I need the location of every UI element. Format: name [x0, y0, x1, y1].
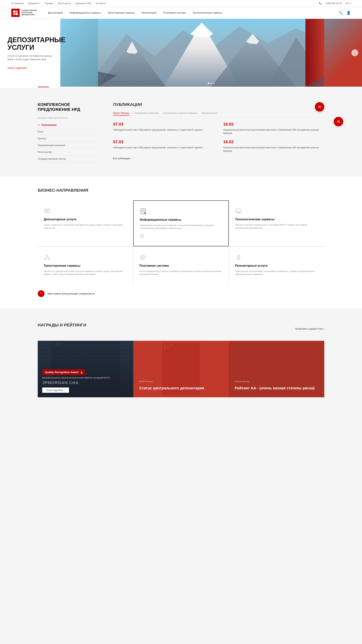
pub-item-2: 16.02 Национальный расчетный депозитарий…	[223, 122, 324, 135]
biznes-card-repo[interactable]: Репозитарные услуги Подключение к Репози…	[229, 247, 324, 283]
nav-icons: 🔍 👤	[339, 11, 351, 15]
biznes-card-info[interactable]: Информационные сервисы Оперативное получ…	[133, 200, 228, 246]
nav-tech-services[interactable]: Технологические сервисы	[192, 11, 222, 14]
card-corner-icon	[140, 234, 222, 239]
svg-rect-2	[13, 13, 15, 15]
sphere-item-registrar[interactable]: Регистратор	[38, 149, 98, 156]
biznes-card-depositary[interactable]: Депозитарные услуги Услуги, связанные с …	[38, 200, 133, 246]
email-fab-button-2[interactable]: ✉	[315, 102, 324, 112]
nav-links: Депозитарий Информационные сервисы Трехс…	[48, 11, 339, 14]
biznes-name-4: Трехсторонние сервисы	[44, 264, 127, 268]
pub-item-1: 07.03 Наблюдательный совет НРД принял ря…	[113, 122, 214, 135]
biznes-name-5: Платежная система	[139, 264, 222, 268]
award-card-jpmorgan[interactable]: Quality Recognition Award 🏅 Высокий пока…	[38, 341, 133, 397]
biznes-desc-1: Услуги, связанные с хранением сертификат…	[44, 223, 127, 230]
biznes-name-6: Репозитарные услуги	[235, 264, 318, 268]
pub-date-2: 16.02	[223, 122, 324, 127]
svg-rect-13	[305, 19, 324, 87]
hero-subtitle: Услуги по хранению сертификатов ценных б…	[8, 54, 53, 61]
pub-text-1: Наблюдательный совет НРД принял ряд реше…	[113, 128, 214, 132]
nav-info-services[interactable]: Информационные сервисы	[70, 11, 101, 14]
dot-2[interactable]	[210, 82, 212, 84]
email-fab-button[interactable]: ✉	[334, 117, 343, 126]
sphere-item-broker[interactable]: Брокер	[38, 135, 98, 142]
payment-icon	[139, 254, 222, 261]
logo-icon[interactable]	[11, 9, 20, 17]
pub-grid: 07.03 Наблюдательный совет НРД принял ря…	[113, 122, 324, 153]
publikatsii-section: ПУБЛИКАЦИИ ✉ Пресс-Релизы Сообщения клие…	[113, 102, 324, 162]
language-switcher[interactable]: RU ▾	[345, 2, 351, 5]
hero-learn-more[interactable]: Узнать подробнее ›	[8, 67, 53, 69]
nav-three-party[interactable]: Трехсторонние сервисы	[108, 11, 135, 14]
award-badge: Quality Recognition Award 🏅	[42, 369, 86, 375]
hero-section: ДЕПОЗИТАРНЫЕ УСЛУГИ Услуги по хранению с…	[0, 19, 362, 87]
top-link-press[interactable]: Пресс-центр	[58, 2, 71, 5]
nagrady-title: НАГРАДЫ И РЕЙТИНГИ	[38, 323, 86, 328]
nav-depositary[interactable]: Депозитарий	[48, 11, 63, 14]
biznes-desc-6: Подключение к Репозитарию, нормативные д…	[235, 270, 318, 276]
repo-icon	[235, 254, 318, 261]
award-subtitle: Высокий показатель сквозной автоматическ…	[42, 377, 129, 379]
pub-item-4: 16.02 Национальный расчетный депозитарий…	[223, 140, 324, 153]
svg-rect-71	[167, 344, 169, 346]
svg-rect-74	[167, 347, 169, 349]
award-content: Quality Recognition Award 🏅 Высокий пока…	[42, 369, 129, 393]
sphere-list: Корпорация Банк Брокер Управляющая компа…	[38, 122, 98, 162]
biznes-card-payment[interactable]: Платежная система Услуги операционного ц…	[133, 247, 228, 283]
nav-payment[interactable]: Платежная система	[163, 11, 186, 14]
tab-events[interactable]: Мероприятия	[202, 112, 217, 116]
top-link-docs[interactable]: Документы	[28, 2, 40, 5]
user-icon[interactable]: 👤	[346, 11, 351, 15]
search-icon[interactable]: 🔍	[339, 11, 343, 15]
biznes-card-three-party[interactable]: Трехсторонние сервисы Расчеты по сделкам…	[38, 247, 133, 283]
award-card-fsfr[interactable]: ФСФР России Статус центрального депозита…	[133, 341, 229, 397]
award-learn-button[interactable]: Узнать подробнее ›	[42, 388, 69, 393]
svg-line-39	[48, 256, 49, 258]
next-slide-button[interactable]: ›	[351, 50, 358, 56]
biznes-card-tech[interactable]: Технологические сервисы Простое и быстро…	[229, 200, 324, 246]
mid-section: ✉ КОМПЛЕКСНОЕ ПРЕДЛОЖЕНИЕ НРД Выберите с…	[0, 91, 362, 174]
sphere-item-uc[interactable]: Управляющая компания	[38, 142, 98, 149]
consultant-button[interactable]: ?	[38, 290, 45, 297]
sphere-label: Выберите сферу деятельности:	[38, 117, 98, 119]
svg-point-42	[141, 256, 144, 259]
svg-rect-72	[170, 344, 172, 346]
all-publications-link[interactable]: Все публикации ›	[113, 157, 324, 160]
top-bar-links: О компании Документы Тарифы Пресс-центр …	[11, 2, 105, 5]
hero-image: ›	[60, 19, 362, 87]
svg-line-38	[46, 256, 46, 258]
main-nav: НАЦИОНАЛЬНЫЙ РАСЧЕТНЫЙ ДЕПОЗИТАРИЙ Депоз…	[0, 7, 362, 19]
biznes-name-2: Информационные сервисы	[140, 218, 222, 222]
sphere-item-bank[interactable]: Банк	[38, 128, 98, 135]
nagrady-section: НАГРАДЫ И РЕЙТИНГИ Посмотреть годовой от…	[0, 311, 362, 408]
award-card-murray[interactable]: Thomas Murray Рейтинг АА - (очень низкая…	[229, 341, 324, 397]
svg-rect-1	[16, 10, 18, 13]
tab-press[interactable]: Пресс-Релизы	[113, 112, 129, 116]
pub-tabs: Пресс-Релизы Сообщения клиентам Сообщени…	[113, 112, 324, 117]
tab-clients[interactable]: Сообщения клиентам	[134, 112, 159, 116]
svg-point-37	[48, 258, 50, 260]
pub-date-4: 16.02	[223, 140, 324, 144]
sphere-item-gov[interactable]: Государственный сектор	[38, 156, 98, 162]
pub-title: ПУБЛИКАЦИИ	[113, 102, 142, 107]
biznes-section: БИЗНЕС-НАПРАВЛЕНИЯ Депозитарные услуги У…	[0, 176, 362, 308]
nav-repository[interactable]: Репозитарий	[142, 11, 156, 14]
top-link-career[interactable]: Карьера в НРД	[75, 2, 91, 5]
top-link-about[interactable]: О компании	[11, 2, 24, 5]
svg-point-41	[140, 255, 145, 260]
tech-services-icon	[235, 207, 318, 215]
info-services-icon	[140, 208, 222, 215]
svg-rect-73	[164, 347, 166, 349]
top-link-contacts[interactable]: Контакты	[96, 2, 105, 5]
arrow-right-icon: ›	[65, 389, 65, 391]
nagrady-cards: Quality Recognition Award 🏅 Высокий пока…	[38, 341, 324, 397]
top-link-tariffs[interactable]: Тарифы	[45, 2, 53, 5]
svg-rect-3	[16, 13, 18, 15]
tab-securities[interactable]: Сообщения о ценных бумагах	[163, 112, 197, 116]
dot-1[interactable]	[208, 82, 209, 84]
sphere-item-corporation[interactable]: Корпорация	[38, 122, 98, 128]
hero-left: ДЕПОЗИТАРНЫЕ УСЛУГИ Услуги по хранению с…	[0, 19, 60, 87]
murray-source: Thomas Murray	[235, 380, 318, 382]
dot-3[interactable]	[213, 82, 215, 84]
annual-report-link[interactable]: Посмотреть годовой отчет ›	[295, 328, 324, 330]
